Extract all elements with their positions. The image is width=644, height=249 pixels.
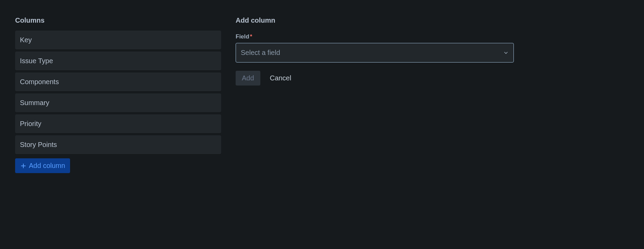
cancel-button-label: Cancel (270, 74, 291, 82)
add-column-title: Add column (236, 16, 514, 24)
column-item[interactable]: Components (15, 72, 221, 91)
columns-title: Columns (15, 16, 221, 24)
field-label: Field* (236, 33, 514, 40)
column-item-label: Summary (20, 99, 49, 106)
field-label-text: Field (236, 33, 249, 40)
column-item-label: Key (20, 36, 32, 44)
column-item-label: Priority (20, 120, 41, 127)
add-button-label: Add (242, 74, 254, 82)
plus-icon (20, 162, 27, 169)
required-indicator: * (250, 33, 252, 40)
column-item[interactable]: Story Points (15, 135, 221, 154)
column-item-label: Story Points (20, 141, 57, 148)
column-item[interactable]: Issue Type (15, 52, 221, 70)
button-row: Add Cancel (236, 71, 514, 86)
field-select-wrapper: Select a field (236, 43, 514, 63)
field-select-placeholder: Select a field (241, 49, 280, 57)
column-item-label: Components (20, 78, 59, 86)
column-item[interactable]: Summary (15, 93, 221, 112)
add-button[interactable]: Add (236, 71, 260, 86)
field-select[interactable]: Select a field (236, 43, 514, 63)
column-list: Key Issue Type Components Summary Priori… (15, 31, 221, 154)
column-item-label: Issue Type (20, 57, 53, 65)
add-column-panel: Add column Field* Select a field Add Can… (236, 16, 514, 173)
add-column-button[interactable]: Add column (15, 158, 70, 173)
column-item[interactable]: Priority (15, 114, 221, 133)
column-item[interactable]: Key (15, 31, 221, 49)
columns-panel: Columns Key Issue Type Components Summar… (15, 16, 221, 173)
add-column-button-label: Add column (29, 162, 65, 170)
chevron-down-icon (503, 50, 509, 56)
cancel-button[interactable]: Cancel (264, 71, 297, 86)
